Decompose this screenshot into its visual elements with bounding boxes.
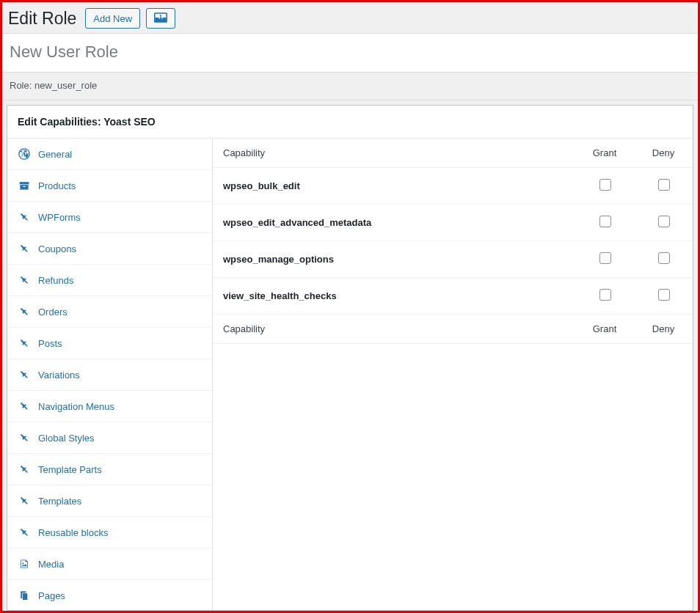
pin-icon [18, 400, 31, 413]
sidebar-item-label: Coupons [38, 243, 76, 254]
role-display-name: New User Role [10, 43, 690, 62]
sidebar-item-reusable-blocks[interactable]: Reusable blocks [7, 517, 212, 548]
sidebar-item-label: Media [38, 559, 64, 570]
pin-icon [18, 274, 31, 287]
sidebar-item-refunds[interactable]: Refunds [7, 265, 212, 296]
sidebar-item-label: Orders [38, 306, 68, 317]
col-capability: Capability [213, 139, 575, 168]
capability-name: view_site_health_checks [213, 278, 575, 315]
sidebar-item-label: Posts [38, 338, 62, 349]
deny-checkbox[interactable] [658, 289, 670, 301]
sidebar-item-label: Template Parts [38, 464, 102, 475]
sidebar-item-label: Navigation Menus [38, 401, 114, 412]
wordpress-icon [18, 147, 31, 161]
pin-icon [18, 494, 31, 507]
page-title: Edit Role [8, 9, 76, 29]
pin-icon [18, 368, 31, 381]
table-row: wpseo_bulk_edit [213, 168, 693, 205]
pin-icon [18, 463, 31, 476]
col-deny-footer: Deny [634, 315, 693, 344]
grant-checkbox[interactable] [599, 179, 611, 191]
sidebar-item-wpforms[interactable]: WPForms [7, 202, 212, 233]
import-button[interactable] [146, 8, 175, 29]
sidebar-item-media[interactable]: Media [7, 548, 212, 580]
sidebar-item-label: General [38, 149, 72, 160]
sidebar-item-general[interactable]: General [7, 139, 212, 170]
topbar: Edit Role Add New [2, 2, 698, 34]
capabilities-panel-title: Edit Capabilities: Yoast SEO [7, 106, 693, 139]
role-name-bar: New User Role [2, 34, 698, 73]
col-grant-footer: Grant [575, 315, 634, 344]
sidebar-item-coupons[interactable]: Coupons [7, 233, 212, 265]
sidebar-item-products[interactable]: Products [7, 170, 212, 202]
add-new-button[interactable]: Add New [85, 8, 140, 29]
role-slug-bar: Role: new_user_role [2, 73, 698, 100]
pin-icon [18, 431, 31, 444]
grant-checkbox[interactable] [599, 252, 611, 264]
svg-point-4 [22, 562, 23, 564]
sidebar-item-variations[interactable]: Variations [7, 359, 212, 391]
capability-name: wpseo_bulk_edit [213, 168, 575, 205]
role-slug-label: Role: [10, 80, 32, 91]
pin-icon [18, 242, 31, 255]
col-capability-footer: Capability [213, 315, 575, 344]
svg-rect-3 [23, 186, 25, 187]
sidebar-item-label: Products [38, 180, 76, 191]
sidebar-item-template-parts[interactable]: Template Parts [7, 454, 212, 485]
svg-rect-6 [23, 593, 28, 601]
sidebar-item-label: Pages [38, 590, 65, 601]
grant-checkbox[interactable] [599, 289, 611, 301]
capability-name: wpseo_edit_advanced_metadata [213, 205, 575, 241]
deny-checkbox[interactable] [658, 252, 670, 264]
sidebar-item-label: Variations [38, 370, 80, 381]
col-grant: Grant [575, 139, 634, 168]
table-row: view_site_health_checks [213, 278, 693, 315]
deny-checkbox[interactable] [658, 216, 670, 227]
sidebar-item-pages[interactable]: Pages [7, 580, 212, 610]
deny-checkbox[interactable] [658, 179, 670, 191]
sidebar-item-global-styles[interactable]: Global Styles [7, 422, 212, 454]
capability-name: wpseo_manage_options [213, 241, 575, 278]
role-slug: new_user_role [34, 80, 97, 91]
pages-icon [18, 589, 31, 602]
capabilities-table: Capability Grant Deny wpseo_bulk_editwps… [213, 139, 693, 344]
sidebar-item-posts[interactable]: Posts [7, 328, 212, 359]
capabilities-panel: Edit Capabilities: Yoast SEO GeneralProd… [7, 105, 693, 611]
sidebar-item-label: Reusable blocks [38, 527, 108, 538]
sidebar-item-label: Refunds [38, 275, 73, 286]
svg-rect-2 [20, 185, 28, 189]
pin-icon [18, 305, 31, 318]
grant-checkbox[interactable] [599, 216, 611, 227]
sidebar-item-label: Templates [38, 496, 81, 507]
col-deny: Deny [634, 139, 693, 168]
capabilities-table-wrapper: Capability Grant Deny wpseo_bulk_editwps… [213, 139, 693, 610]
sidebar-item-label: Global Styles [38, 433, 95, 444]
svg-rect-1 [20, 182, 29, 184]
capability-group-sidebar: GeneralProductsWPFormsCouponsRefundsOrde… [7, 139, 213, 610]
app-frame: Edit Role Add New New User Role Role: ne… [0, 0, 700, 613]
media-icon [18, 557, 31, 570]
sidebar-item-navigation-menus[interactable]: Navigation Menus [7, 391, 212, 422]
pin-icon [18, 210, 31, 224]
sidebar-item-templates[interactable]: Templates [7, 485, 212, 517]
archive-icon [18, 179, 31, 192]
inbox-icon [154, 12, 167, 25]
pin-icon [18, 337, 31, 350]
sidebar-item-label: WPForms [38, 212, 81, 223]
table-row: wpseo_manage_options [213, 241, 693, 278]
table-row: wpseo_edit_advanced_metadata [213, 205, 693, 241]
sidebar-item-orders[interactable]: Orders [7, 296, 212, 328]
pin-icon [18, 526, 31, 539]
